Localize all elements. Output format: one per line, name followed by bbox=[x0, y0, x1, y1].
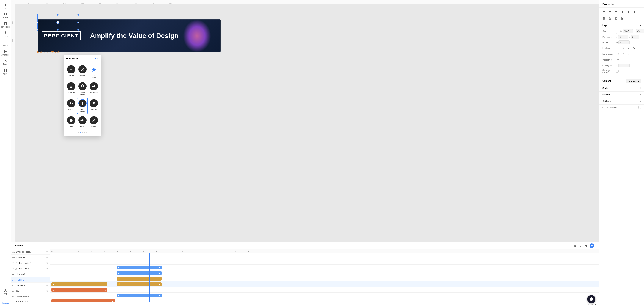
height-input[interactable] bbox=[636, 29, 644, 33]
popup-prev[interactable]: ‹ bbox=[78, 131, 79, 134]
tracks-area[interactable]: 0 1 2 3 4 5 6 7 8 9 10 11 12 13 bbox=[50, 249, 599, 302]
layer-icon-center-eye[interactable]: 👁 bbox=[46, 262, 48, 264]
style-section[interactable]: Style ∨ bbox=[600, 85, 644, 92]
align-bottom-btn[interactable] bbox=[631, 10, 636, 15]
animation-blow[interactable]: Blow bbox=[66, 115, 76, 129]
animation-slide-right[interactable]: Slide right bbox=[88, 81, 99, 97]
track-icon-center-bar[interactable]: ◀ ▶ bbox=[117, 266, 162, 269]
layer-gray[interactable]: ▭ Gray 👁 bbox=[11, 288, 50, 294]
handle-top-right[interactable] bbox=[78, 14, 79, 16]
y-input[interactable] bbox=[631, 35, 639, 39]
style-expand[interactable]: ∨ bbox=[640, 87, 641, 89]
layer-icon-outer-eye[interactable]: 👁 bbox=[46, 268, 48, 270]
handle-top-center[interactable] bbox=[57, 14, 58, 16]
sidebar-item-timeline[interactable]: Timeline bbox=[0, 296, 11, 306]
chat-button[interactable] bbox=[587, 295, 596, 303]
flip-vertical-btn[interactable]: ↕ bbox=[621, 46, 626, 50]
layer-bg-image-eye[interactable]: 👁 bbox=[46, 284, 48, 286]
banner[interactable]: PERFICIENT Amplify the Value of Design bbox=[38, 20, 220, 52]
delete-btn[interactable] bbox=[619, 16, 624, 21]
zoom-plus-btn[interactable]: + bbox=[594, 303, 596, 306]
animation-slide-up[interactable]: Slide up bbox=[88, 98, 99, 114]
layer-bg-image[interactable]: ▭ BG image 1 👁 bbox=[11, 282, 50, 288]
track-heading2-bar[interactable]: ⚡ ◀ bbox=[117, 277, 162, 280]
layer-sp-eye[interactable]: 👁 bbox=[46, 256, 48, 258]
size-copy-btn[interactable] bbox=[616, 28, 618, 34]
handle-top-left[interactable] bbox=[37, 14, 38, 16]
layer-bg-color-left[interactable]: ▭ BG Color Left bbox=[11, 299, 50, 302]
link-btn[interactable] bbox=[607, 16, 612, 21]
rewind-btn[interactable] bbox=[584, 244, 588, 248]
layer-strategic-eye[interactable]: 👁 bbox=[46, 251, 48, 253]
x-input[interactable] bbox=[618, 35, 628, 39]
sidebar-item-templates[interactable]: Templates bbox=[0, 20, 11, 30]
animation-scale-up[interactable]: Scale up bbox=[66, 81, 76, 97]
layer-icon-center[interactable]: ▼ △ Icon Center 1 👁 bbox=[11, 260, 50, 266]
content-replace-btn[interactable]: Replace... ∨ bbox=[626, 79, 641, 83]
layer-desktop-hero[interactable]: ▭ Desktop Hero bbox=[11, 294, 50, 299]
sidebar-item-feed[interactable]: Feed bbox=[0, 58, 11, 67]
layer-gray-eye[interactable]: 👁 bbox=[46, 290, 48, 292]
sidebar-item-insert[interactable]: Insert bbox=[0, 2, 11, 11]
track-desktop-hero-bar[interactable]: ▶ bbox=[52, 299, 115, 302]
animation-slide-down[interactable]: Slide down bbox=[77, 98, 88, 114]
flip-horizontal-btn[interactable]: ↔ bbox=[616, 46, 620, 50]
play-btn[interactable] bbox=[590, 244, 594, 248]
animation-none[interactable]: None bbox=[77, 64, 88, 80]
content-section[interactable]: Content Replace... ∨ bbox=[600, 77, 644, 85]
order-up-btn[interactable]: ∧ bbox=[621, 52, 626, 56]
flip-more2-btn[interactable]: ⤡ bbox=[632, 46, 636, 50]
playhead[interactable] bbox=[149, 254, 150, 302]
actions-expand[interactable]: ∧ bbox=[640, 100, 641, 102]
popup-next[interactable]: › bbox=[86, 131, 87, 134]
track-p-logo-bar[interactable]: ◀ bbox=[52, 282, 108, 286]
track-bg-image-bar[interactable]: ◀ ▶ bbox=[52, 288, 108, 292]
order-bottom-btn[interactable]: ⤓ bbox=[626, 52, 631, 56]
canvas-area[interactable]: 100 200 Main horizontal PERFICIENT Ampli… bbox=[11, 4, 599, 242]
align-middle-btn[interactable] bbox=[625, 10, 630, 15]
opacity-input[interactable] bbox=[618, 64, 630, 67]
copy-element-btn[interactable] bbox=[613, 16, 618, 21]
layer-icon-outer[interactable]: ▼ △ Icon Outer 1 👁 bbox=[11, 266, 50, 272]
animation-scale-down[interactable]: Scale down bbox=[77, 81, 88, 97]
animation-custom[interactable]: + Custom bbox=[66, 64, 76, 80]
layer-heading2[interactable]: Aa Heading 2 bbox=[11, 272, 50, 277]
animation-slide-left[interactable]: Slide left bbox=[66, 98, 76, 114]
sidebar-item-slides[interactable]: Slides bbox=[0, 39, 11, 48]
copy-style-btn[interactable] bbox=[601, 16, 606, 21]
track-p-logo-bar2[interactable]: ⚡ ◀ bbox=[117, 282, 162, 286]
width-input[interactable] bbox=[623, 29, 633, 33]
duplicate-btn[interactable] bbox=[573, 244, 577, 248]
align-top-btn[interactable] bbox=[619, 10, 624, 15]
rotation-input[interactable] bbox=[618, 40, 630, 44]
effects-expand[interactable]: ∨ bbox=[640, 94, 641, 96]
track-icon-outer-bar[interactable]: ◀ ▶ bbox=[117, 271, 162, 275]
expand-btn[interactable] bbox=[578, 244, 583, 248]
flip-more-btn[interactable]: ⤢ bbox=[626, 46, 631, 50]
layer-p-logo[interactable]: △ P Logo 1 bbox=[11, 277, 50, 282]
animation-glide[interactable]: Glide bbox=[77, 115, 88, 129]
build-in-edit-btn[interactable]: Edit bbox=[94, 57, 98, 60]
order-down-btn[interactable]: ∨ bbox=[616, 52, 620, 56]
visibility-toggle[interactable]: 👁 bbox=[616, 58, 620, 62]
animation-build-yours[interactable]: Build yours bbox=[88, 64, 99, 80]
show-all-checkbox[interactable] bbox=[616, 70, 619, 72]
animation-elastic[interactable]: Elastic bbox=[88, 115, 99, 129]
track-gray-bar[interactable]: ◀ ▶ bbox=[117, 294, 162, 297]
on-click-checkbox[interactable] bbox=[638, 106, 641, 109]
order-top-btn[interactable]: ⤒ bbox=[632, 52, 636, 56]
sidebar-item-help[interactable]: ? Help bbox=[0, 287, 11, 296]
playhead-handle[interactable] bbox=[148, 253, 150, 254]
align-right-btn[interactable] bbox=[613, 10, 618, 15]
layer-sp-name[interactable]: Aa SP Name 1 👁 bbox=[11, 254, 50, 260]
sidebar-item-apps[interactable]: Apps bbox=[0, 67, 11, 76]
canvas-content[interactable]: Main horizontal PERFICIENT Amplify the V… bbox=[15, 4, 599, 242]
align-left-btn[interactable] bbox=[601, 10, 606, 15]
layer-strategic[interactable]: Aa Strategic Positi... 👁 bbox=[11, 249, 50, 254]
effects-section[interactable]: Effects ∨ bbox=[600, 92, 644, 98]
sidebar-item-brand[interactable]: Brand bbox=[0, 11, 11, 20]
actions-section[interactable]: Actions ∧ bbox=[600, 98, 644, 105]
align-center-btn[interactable] bbox=[607, 10, 612, 15]
sidebar-item-layers[interactable]: Layers bbox=[0, 30, 11, 39]
sidebar-item-animator[interactable]: Animator bbox=[0, 48, 11, 58]
